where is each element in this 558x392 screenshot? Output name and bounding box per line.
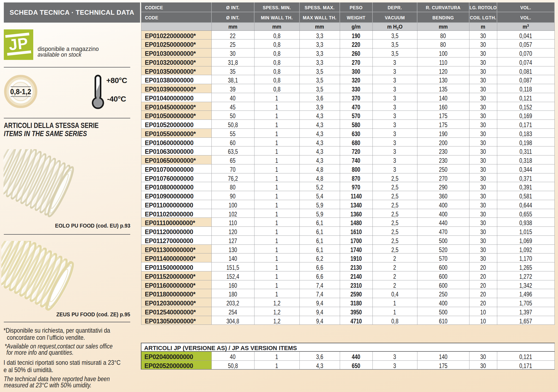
svg-text:JP: JP xyxy=(8,34,29,53)
svg-text:0,8-1,2: 0,8-1,2 xyxy=(10,88,31,96)
